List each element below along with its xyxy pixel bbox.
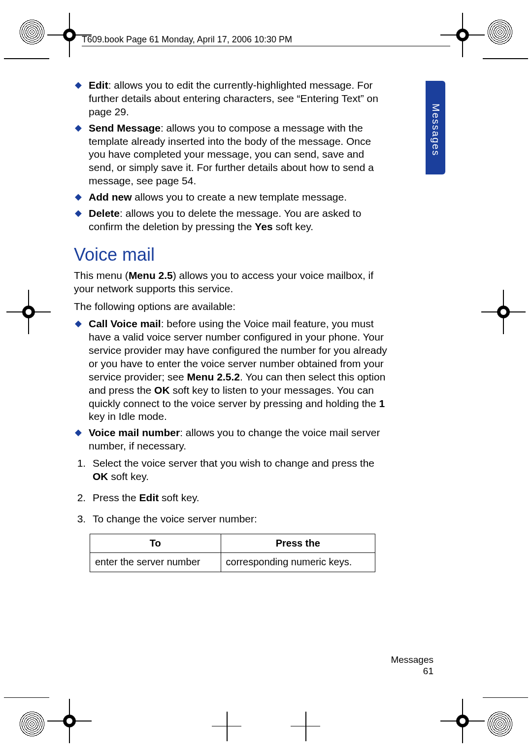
option-label: Delete	[89, 207, 120, 219]
option-label: Send Message	[89, 122, 161, 134]
registration-mark-icon	[63, 715, 76, 727]
procedure-steps: Select the voice server that you wish to…	[74, 457, 389, 526]
template-options-list: Edit: allows you to edit the currently-h…	[74, 79, 389, 234]
registration-swirl-icon	[487, 19, 513, 45]
registration-swirl-icon	[19, 19, 45, 45]
list-item: Send Message: allows you to compose a me…	[74, 122, 389, 188]
softkey-name: Edit	[139, 492, 159, 503]
section-intro: This menu (Menu 2.5) allows you to acces…	[74, 269, 389, 296]
softkey-name: OK	[93, 471, 108, 482]
crop-line	[4, 697, 49, 698]
option-label: Voice mail number	[89, 427, 180, 438]
page-footer: Messages 61	[391, 654, 433, 677]
step-item: Press the Edit soft key.	[89, 491, 389, 505]
registration-swirl-icon	[19, 711, 45, 737]
option-text: : allows you to delete the message. You …	[89, 207, 361, 232]
list-item: Voice mail number: allows you to change …	[74, 426, 389, 453]
step-text: To change the voice server number:	[93, 513, 257, 524]
key-name: 1	[379, 398, 385, 409]
menu-ref: Menu 2.5.2	[187, 371, 240, 382]
registration-mark-icon	[22, 306, 35, 318]
voicemail-options-list: Call Voice mail: before using the Voice …	[74, 317, 389, 453]
intro-text: This menu (	[74, 270, 129, 281]
footer-section-label: Messages	[391, 654, 433, 666]
option-text: soft key.	[273, 221, 313, 232]
table-cell: enter the server number	[90, 553, 221, 572]
options-intro: The following options are available:	[74, 300, 389, 313]
crop-line	[305, 712, 306, 741]
option-text: key in Idle mode.	[89, 411, 167, 422]
instruction-table: To Press the enter the server number cor…	[90, 534, 375, 572]
table-cell: corresponding numeric keys.	[221, 553, 375, 572]
option-text: : allows you to edit the currently-highl…	[89, 79, 378, 117]
table-header-row: To Press the	[90, 534, 375, 553]
list-item: Call Voice mail: before using the Voice …	[74, 317, 389, 423]
registration-mark-icon	[456, 715, 469, 727]
option-label: Call Voice mail	[89, 318, 161, 329]
registration-mark-icon	[63, 29, 76, 41]
option-label: Edit	[89, 79, 108, 91]
step-text: Select the voice server that you wish to…	[93, 457, 374, 469]
registration-mark-icon	[456, 29, 469, 41]
option-label: Add new	[89, 191, 132, 203]
section-tab-label: Messages	[430, 103, 441, 156]
table-header-cell: Press the	[221, 534, 375, 553]
step-text: soft key.	[108, 471, 149, 482]
section-tab: Messages	[426, 81, 445, 174]
page-body: Edit: allows you to edit the currently-h…	[74, 79, 389, 572]
crop-line	[4, 58, 49, 59]
option-text: allows you to create a new template mess…	[132, 191, 347, 203]
registration-swirl-icon	[487, 711, 513, 737]
page-number: 61	[391, 666, 433, 677]
softkey-name: OK	[154, 384, 170, 396]
table-row: enter the server number corresponding nu…	[90, 553, 375, 572]
list-item: Delete: allows you to delete the message…	[74, 207, 389, 234]
step-item: To change the voice server number:	[89, 513, 389, 526]
softkey-name: Yes	[255, 221, 272, 232]
step-text: soft key.	[159, 492, 199, 503]
table-header-cell: To	[90, 534, 221, 553]
step-text: Press the	[93, 492, 139, 503]
registration-mark-icon	[497, 306, 510, 318]
list-item: Add new allows you to create a new templ…	[74, 191, 389, 204]
crop-line	[227, 712, 228, 741]
crop-line	[483, 58, 528, 59]
step-item: Select the voice server that you wish to…	[89, 457, 389, 483]
menu-ref: Menu 2.5	[129, 270, 173, 281]
running-header: T609.book Page 61 Monday, April 17, 2006…	[82, 34, 450, 46]
crop-line	[483, 697, 528, 698]
list-item: Edit: allows you to edit the currently-h…	[74, 79, 389, 119]
section-heading: Voice mail	[74, 243, 389, 266]
